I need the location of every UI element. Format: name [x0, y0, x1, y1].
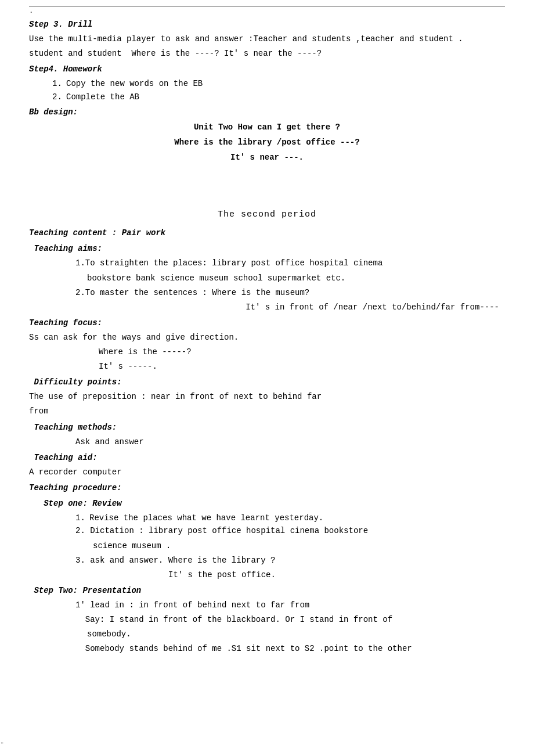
- focus-a: It' s -----.: [29, 360, 505, 373]
- methods-text: Ask and answer: [29, 435, 505, 449]
- aims-item2: 2.To master the sentences : Where is the…: [29, 286, 505, 300]
- step-two-section: Step Two: Presentation 1' lead in : in f…: [29, 584, 505, 656]
- step4-item1: 1. Copy the new words on the EB: [29, 77, 505, 90]
- step-one-item3: 3. ask and answer. Where is the library …: [29, 554, 505, 582]
- step-two-line3: Somebody stands behind of me .S1 sit nex…: [29, 642, 505, 656]
- step-two-line1: 1' lead in : in front of behind next to …: [29, 599, 505, 612]
- focus-q: Where is the -----?: [29, 345, 505, 359]
- second-period-title: The second period: [29, 208, 505, 222]
- step-one-item1: 1. Revise the places what we have learnt…: [29, 512, 505, 524]
- teaching-aid-section: Teaching aid: A recorder computer: [29, 451, 505, 479]
- teaching-content-title: Teaching content : Pair work: [29, 226, 505, 240]
- bb-center1: Unit Two How can I get there ?: [29, 121, 505, 134]
- bb-title: Bb design:: [29, 106, 505, 119]
- bb-center2: Where is the library /post office ---?: [29, 136, 505, 149]
- step-two-title: Step Two: Presentation: [29, 584, 505, 597]
- step4-title: Step4. Homework: [29, 63, 505, 76]
- step3-section: Step 3. Drill Use the multi-media player…: [29, 18, 505, 60]
- step4-item2: 2. Complete the AB: [29, 91, 505, 103]
- difficulty-text: The use of preposition : near in front o…: [29, 390, 505, 404]
- step3-title: Step 3. Drill: [29, 18, 505, 31]
- step4-section: Step4. Homework 1. Copy the new words on…: [29, 63, 505, 103]
- bb-center3: It' s near ---.: [29, 151, 505, 164]
- step-one-item2: 2. Dictation : library post office hospi…: [29, 524, 505, 552]
- aims-item1: 1.To straighten the places: library post…: [29, 257, 505, 270]
- spacer2: [29, 179, 505, 190]
- teaching-procedure-title: Teaching procedure:: [29, 481, 505, 495]
- teaching-procedure-section: Teaching procedure:: [29, 481, 505, 495]
- bb-design-section: Bb design: Unit Two How can I get there …: [29, 106, 505, 164]
- step3-line1: Use the multi-media player to ask and an…: [29, 33, 505, 46]
- teaching-aims-title: Teaching aims:: [29, 242, 505, 255]
- page: · ·· · Step 3. Drill Use the multi-media…: [0, 0, 534, 756]
- aims-item1b: bookstore bank science museum school sup…: [29, 272, 505, 285]
- aid-text: A recorder computer: [29, 466, 505, 479]
- spacer1: [29, 167, 505, 179]
- bottom-dots: ¨ ¨ ¨ ¨: [0, 742, 534, 750]
- teaching-content-section: Teaching content : Pair work: [29, 226, 505, 240]
- teaching-aid-title: Teaching aid:: [29, 451, 505, 465]
- step-two-line2: Say: I stand in front of the blackboard.…: [29, 613, 505, 627]
- focus-text: Ss can ask for the ways and give directi…: [29, 331, 505, 344]
- teaching-methods-title: Teaching methods:: [29, 421, 505, 434]
- top-border: [29, 6, 505, 6]
- step-one-title: Step one: Review: [29, 497, 505, 510]
- difficulty-text2: from: [29, 405, 505, 418]
- teaching-focus-title: Teaching focus:: [29, 316, 505, 330]
- top-dots: · ·· ·: [29, 9, 505, 17]
- aims-item2b: It' s in front of /near /next to/behind/…: [29, 301, 505, 314]
- difficulty-title: Difficulty points:: [29, 376, 505, 389]
- step3-line2: student and student Where is the ----? I…: [29, 47, 505, 60]
- step-one-section: Step one: Review 1. Revise the places wh…: [29, 497, 505, 582]
- spacer3: [29, 190, 505, 202]
- teaching-methods-section: Teaching methods: Ask and answer: [29, 421, 505, 449]
- teaching-focus-section: Teaching focus: Ss can ask for the ways …: [29, 316, 505, 373]
- difficulty-section: Difficulty points: The use of prepositio…: [29, 376, 505, 418]
- step-two-line2b: somebody.: [29, 628, 505, 641]
- teaching-aims-section: Teaching aims: 1.To straighten the place…: [29, 242, 505, 314]
